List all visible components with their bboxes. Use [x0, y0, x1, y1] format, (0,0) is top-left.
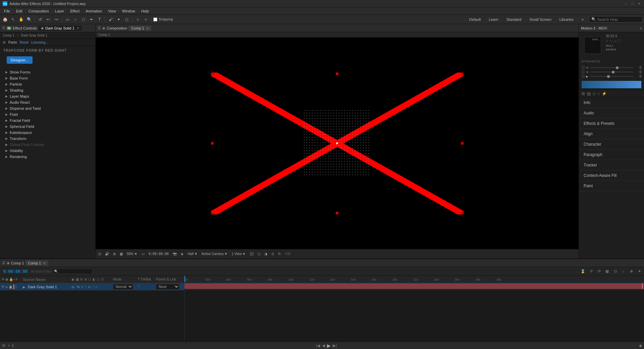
arrow-tool[interactable]: ↖ — [9, 16, 17, 23]
section-fluid[interactable]: ▶ Fluid — [0, 111, 95, 117]
aspect-control[interactable]: ▭ — [140, 251, 146, 256]
motion-expand2-icon[interactable]: ↕ — [598, 91, 600, 96]
workspace-smallscreen[interactable]: Small Screen — [527, 17, 554, 22]
reset-exp-icon[interactable]: ↻ — [277, 251, 282, 256]
section-particle[interactable]: ▶ Particle — [0, 81, 95, 87]
handle-top-right[interactable] — [461, 72, 464, 75]
handle-top-left[interactable] — [211, 72, 214, 75]
timeline-menu-icon[interactable]: ☰ — [2, 261, 5, 265]
menu-item-audio[interactable]: Audio — [579, 108, 644, 118]
brush-tool[interactable]: 🖌 — [107, 16, 114, 23]
effect-controls-tab[interactable]: ◉ Dark Gray Solid 1 ≡ — [38, 26, 82, 31]
layer-solo-icon[interactable]: ◉ — [5, 285, 8, 289]
menu-effect[interactable]: Effect — [67, 8, 82, 14]
timeline-tool-1[interactable]: ⌛ — [580, 268, 586, 275]
grid-icon[interactable]: ⊞ — [112, 251, 117, 256]
close-button[interactable]: ✕ — [637, 2, 641, 6]
timeline-tool-7[interactable]: ⊕ — [628, 268, 635, 275]
timeline-marker-icon[interactable]: ◆ — [639, 343, 642, 348]
handle-mid-right[interactable] — [461, 142, 464, 145]
layer-blend-icon[interactable]: ◐ — [88, 285, 91, 289]
workspace-standard[interactable]: Standard — [504, 17, 524, 22]
section-rendering[interactable]: ▶ Rendering — [0, 154, 95, 160]
motion-checkbox-3[interactable]: ☐ — [582, 74, 585, 78]
timeline-tool-8[interactable]: ✦ — [636, 268, 643, 275]
section-disperse-twist[interactable]: ▶ Disperse and Twist — [0, 105, 95, 111]
motion-slider-1[interactable] — [590, 67, 633, 68]
menu-item-character[interactable]: Character — [579, 139, 644, 150]
layer-expand-icon[interactable]: ▶ — [23, 285, 25, 289]
resolution-control[interactable]: Half ▼ — [186, 251, 199, 256]
menu-item-info[interactable]: Info — [579, 98, 644, 108]
handle-mid-left[interactable] — [211, 142, 214, 145]
motion-fit-icon[interactable]: ⤡ — [610, 39, 612, 43]
menu-window[interactable]: Window — [119, 8, 138, 14]
motion-frame-icon[interactable]: ▭ — [614, 39, 617, 43]
redo-tool[interactable]: ↪ — [53, 16, 60, 23]
timeline-playhead[interactable] — [184, 276, 185, 282]
handle-bottom-left[interactable] — [211, 212, 214, 214]
puppet-tool[interactable]: ⟡ — [134, 16, 142, 23]
timeline-info-icon[interactable]: ℹ — [12, 343, 14, 348]
section-visibility[interactable]: ▶ Visibility — [0, 148, 95, 154]
handle-bottom-right[interactable] — [461, 212, 464, 214]
section-audio-react[interactable]: ▶ Audio React — [0, 99, 95, 105]
motion-thumb-2[interactable] — [612, 71, 614, 73]
rotate-tool[interactable]: ↺ — [37, 16, 44, 23]
comp-tab[interactable]: Comp 1 ≡ — [128, 26, 151, 31]
timeline-tab[interactable]: Comp 1 ≡ — [25, 260, 48, 266]
timeline-tool-3[interactable]: ⟳ — [596, 268, 602, 275]
section-base-form[interactable]: ▶ Base Form — [0, 75, 95, 81]
menu-view[interactable]: View — [105, 8, 119, 14]
menu-layer[interactable]: Layer — [52, 8, 67, 14]
motion-checkbox-1[interactable]: ☐ — [582, 66, 585, 69]
motion-lightning-icon[interactable]: ⚡ — [602, 91, 607, 96]
menu-item-align[interactable]: Align — [579, 129, 644, 139]
motion-key-icon[interactable]: ◇ — [593, 91, 596, 96]
breadcrumb-comp[interactable]: Comp 1 — [3, 34, 14, 37]
renderer-icon[interactable]: ◻ — [256, 251, 262, 256]
preview-icon[interactable]: ⊡ — [97, 251, 102, 256]
timeline-tool-6[interactable]: ○ — [620, 268, 627, 275]
motion-slider-3[interactable] — [590, 76, 633, 77]
layer-3d-toggle[interactable]: ▩ — [71, 285, 74, 289]
layer-row-1[interactable]: 👁 ◉ 🔓 1 ▶ Dark Gray Solid 1 ▩ / fx ⊕ ⬡ ◐ — [0, 283, 184, 291]
timeline-settings-icon[interactable]: ⚙ — [2, 343, 6, 348]
handle-top-center[interactable] — [336, 72, 338, 75]
timeline-tool-5[interactable]: ⊡ — [612, 268, 619, 275]
workspace-default[interactable]: Default — [467, 17, 484, 22]
reset-link[interactable]: Reset — [20, 41, 29, 44]
section-kaleidospace[interactable]: ▶ Kaleidospace — [0, 130, 95, 136]
motion-full-icon[interactable]: ⛶ — [618, 39, 621, 43]
maximize-button[interactable]: □ — [631, 2, 635, 6]
layer-adj-icon[interactable]: ⬡ — [85, 285, 87, 289]
menu-animation[interactable]: Animation — [83, 8, 105, 14]
stamp-tool[interactable]: ✦ — [115, 16, 122, 23]
section-layer-maps[interactable]: ▶ Layer Maps — [0, 93, 95, 99]
motion-list-icon[interactable]: ▤ — [587, 91, 591, 96]
timeline-timecode[interactable]: 0:00:00:00 — [1, 268, 30, 275]
timeline-search-input[interactable] — [58, 269, 88, 273]
3d-icon[interactable]: ⬛ — [248, 251, 255, 256]
timeline-play[interactable]: ▶ — [327, 343, 331, 348]
motion-expand-icon[interactable]: ⤢ — [606, 39, 608, 43]
undo-tool[interactable]: ↩ — [45, 16, 52, 23]
section-show-forms[interactable]: ▶ Show Forms — [0, 69, 95, 75]
menu-item-paragraph[interactable]: Paragraph — [579, 150, 644, 160]
menu-file[interactable]: File — [1, 8, 13, 14]
snapping-checkbox[interactable] — [153, 17, 157, 21]
hand-tool[interactable]: ✋ — [17, 16, 25, 23]
poly-tool[interactable]: ⬠ — [80, 16, 87, 23]
motion-menu-icon[interactable]: ≡ — [640, 26, 642, 30]
layer-shy-icon[interactable]: / — [75, 285, 76, 289]
workspace-libraries[interactable]: Libraries — [557, 17, 576, 22]
pen-tool[interactable]: ✒ — [88, 16, 95, 23]
section-fractal-field[interactable]: ▶ Fractal Field — [0, 117, 95, 123]
puppet2-tool[interactable]: ⊹ — [142, 16, 150, 23]
workspace-learn[interactable]: Learn — [486, 17, 501, 22]
workspace-more[interactable]: » — [579, 16, 586, 23]
motion-thumb-3[interactable] — [607, 75, 610, 78]
comp-tab-menu[interactable]: ≡ — [147, 26, 149, 30]
layer-guide-icon[interactable]: ∅ — [95, 285, 98, 289]
layer-motion-icon[interactable]: ⊕ — [81, 285, 84, 289]
